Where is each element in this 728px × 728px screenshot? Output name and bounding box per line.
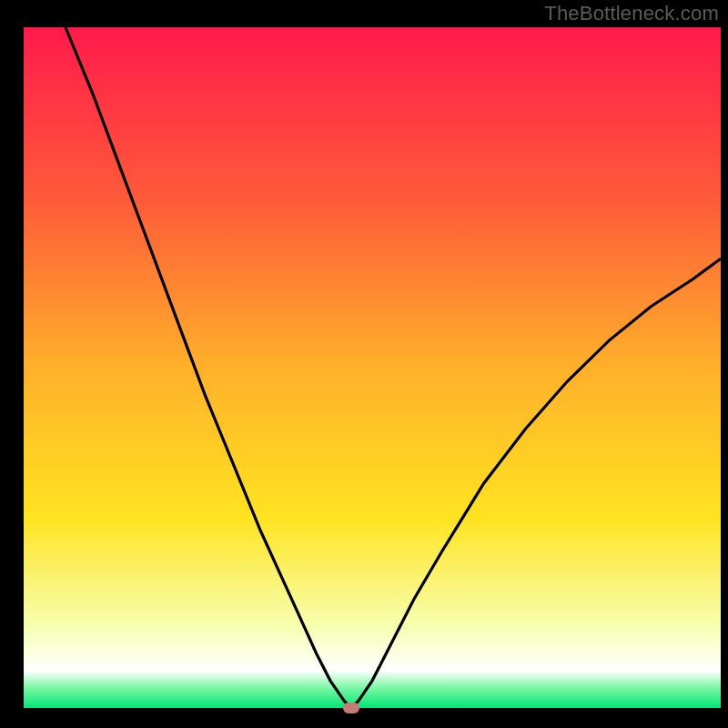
bottleneck-chart <box>0 0 728 728</box>
watermark-text: TheBottleneck.com <box>544 2 719 25</box>
minimum-marker <box>343 703 359 713</box>
svg-rect-0 <box>24 27 721 708</box>
chart-frame: TheBottleneck.com <box>0 0 728 728</box>
